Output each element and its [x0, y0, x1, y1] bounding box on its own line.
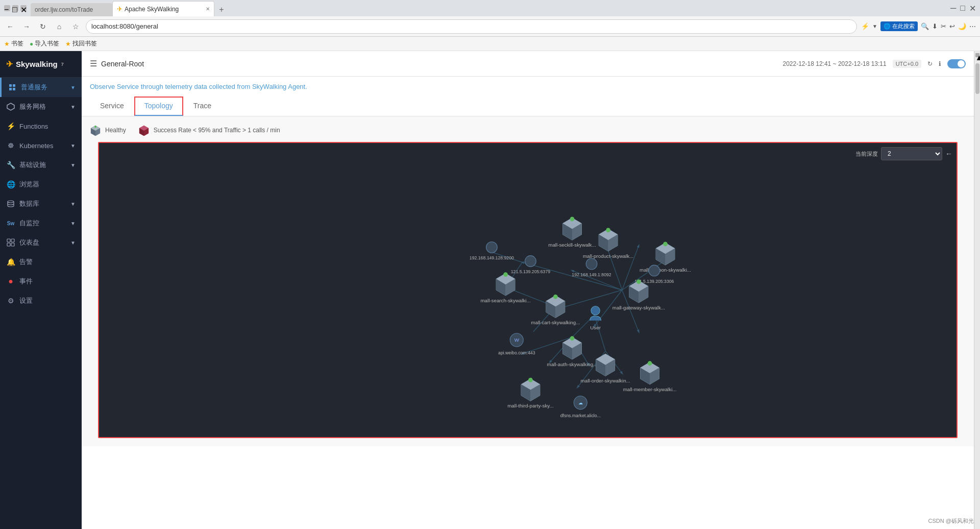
sidebar-item-selfmonitor-label: 自监控	[19, 219, 66, 228]
svg-text:mall-member-skywalki...: mall-member-skywalki...	[623, 387, 677, 392]
svg-rect-1	[13, 84, 15, 87]
refresh-icon[interactable]: ↻	[927, 60, 933, 67]
window-close-icon[interactable]: ✕	[969, 4, 976, 13]
darkmode-icon[interactable]: 🌙	[958, 22, 966, 30]
node-seckill[interactable]: mall-seckill-skywalk...	[548, 217, 596, 248]
sidebar-item-general[interactable]: 普通服务 ▼	[0, 78, 82, 97]
node-aliyun[interactable]: ☁ dfsns.market.aliclo...	[560, 396, 601, 418]
network-graph: 当前深度 2 1 3 ←	[98, 142, 958, 438]
sidebar-item-alert[interactable]: 🔔 告警	[0, 252, 82, 272]
home-button[interactable]: ⌂	[53, 20, 65, 33]
forward-button[interactable]: →	[20, 20, 33, 33]
node-cart[interactable]: mall-cart-skywalking...	[531, 295, 580, 326]
node-auth[interactable]: mall-auth-skywalking...	[547, 336, 598, 367]
dropdown-arrow[interactable]: ▼	[872, 23, 877, 29]
node-order[interactable]: mall-order-skywalkin...	[581, 354, 630, 384]
general-icon	[8, 83, 17, 92]
bookmark-1[interactable]: ★ 书签	[4, 39, 23, 48]
info-icon[interactable]: ℹ	[939, 60, 941, 67]
sidebar-item-infra-label: 基础设施	[19, 160, 66, 170]
scissors-icon[interactable]: ✂	[941, 22, 946, 30]
tab-active[interactable]: ✈ Apache SkyWalking ✕	[112, 1, 214, 16]
bookmark-2[interactable]: ● 导入书签	[30, 39, 59, 48]
watermark: CSDN @砾风和光	[928, 517, 974, 525]
search-icon[interactable]: 🔍	[921, 22, 929, 30]
main-topbar: ☰ General-Root 2022-12-18 12:41 ~ 2022-1…	[82, 51, 974, 77]
utc-badge: UTC+0.0	[893, 60, 921, 68]
more-icon[interactable]: ⋯	[969, 22, 976, 30]
depth-select[interactable]: 2 1 3	[881, 147, 942, 160]
node-ip3[interactable]: 192.168.149.1:8092	[572, 258, 611, 277]
maximize-button[interactable]: □	[12, 5, 18, 11]
bookmark-1-label: 书签	[11, 39, 23, 48]
node-coupon[interactable]: mall-coupon-skywalki...	[640, 242, 691, 273]
topology-area: Healthy Success Rate < 95% and Traffic >…	[82, 116, 974, 446]
minimize-button[interactable]: −	[4, 5, 10, 11]
window-minimize-icon[interactable]: ─	[950, 4, 956, 13]
toolbar-right: ⚡ ▼ 🌐 在此搜索 🔍 ⬇ ✂ ↩ 🌙 ⋯	[861, 21, 976, 31]
node-search[interactable]: mall-search-skywalki...	[480, 272, 530, 303]
window-restore-icon[interactable]: □	[960, 4, 965, 13]
undo-icon[interactable]: ↩	[949, 22, 955, 30]
svg-text:mall-third-party-sky...: mall-third-party-sky...	[507, 403, 553, 408]
tab-inactive[interactable]: order.ljw.com/toTrade	[31, 3, 112, 16]
main-scrollbar[interactable]: ▲	[974, 51, 980, 529]
logo-text: Skywalking	[16, 60, 58, 68]
svg-text:☁: ☁	[578, 400, 583, 405]
sidebar-item-dashboard[interactable]: 仪表盘 ▼	[0, 233, 82, 252]
bookmark-2-label: 导入书签	[35, 39, 59, 48]
sidebar-item-functions[interactable]: ⚡ Functions	[0, 116, 82, 136]
sidebar-item-settings[interactable]: ⚙ 设置	[0, 291, 82, 310]
back-button[interactable]: ←	[4, 20, 16, 33]
sidebar-item-kubernetes[interactable]: ☸ Kubernetes ▼	[0, 136, 82, 155]
svg-point-49	[606, 228, 610, 232]
svg-text:121.5.139.205:6379: 121.5.139.205:6379	[511, 269, 550, 274]
node-ip1[interactable]: 192.168.149.128:9200	[470, 242, 514, 260]
browser-tabs: order.ljw.com/toTrade ✈ Apache SkyWalkin…	[31, 0, 229, 16]
tab-trace[interactable]: Trace	[183, 97, 222, 116]
download-icon[interactable]: ⬇	[932, 22, 938, 30]
depth-arrow-icon[interactable]: ←	[945, 150, 952, 158]
sidebar-item-selfmonitor[interactable]: Sw 自监控 ▼	[0, 213, 82, 233]
address-bar[interactable]: localhost:8080/general	[86, 19, 857, 34]
sidebar-item-functions-label: Functions	[19, 123, 76, 130]
svg-text:dfsns.market.aliclo...: dfsns.market.aliclo...	[560, 413, 601, 418]
lightning-icon[interactable]: ⚡	[861, 22, 869, 30]
bookmark-3[interactable]: ★ 找回书签	[65, 39, 97, 48]
bookmark-button[interactable]: ☆	[69, 20, 82, 33]
svg-text:192.168.149.128:9200: 192.168.149.128:9200	[470, 255, 514, 260]
window-controls: − □ ✕	[4, 5, 27, 11]
svg-rect-7	[11, 239, 14, 242]
node-user[interactable]: User	[590, 306, 601, 331]
node-member[interactable]: mall-member-skywalki...	[623, 361, 677, 392]
node-ip2[interactable]: 121.5.139.205:6379	[511, 256, 550, 275]
legend-healthy-label: Healthy	[105, 127, 126, 134]
infra-icon: 🔧	[6, 160, 15, 170]
menu-icon[interactable]: ☰	[90, 59, 97, 68]
sidebar-item-alert-label: 告警	[19, 257, 76, 267]
tab-close-icon[interactable]: ✕	[206, 6, 210, 12]
page-content: Observe Service through telemetry data c…	[82, 77, 974, 529]
new-tab-button[interactable]: +	[214, 3, 229, 16]
refresh-button[interactable]: ↻	[37, 20, 49, 33]
node-weibo[interactable]: W api.weibo.com:443	[498, 333, 535, 355]
node-third[interactable]: mall-third-party-sky...	[507, 378, 553, 409]
sidebar-item-infra[interactable]: 🔧 基础设施 ▼	[0, 155, 82, 175]
sidebar-item-database[interactable]: 数据库 ▼	[0, 194, 82, 213]
close-button[interactable]: ✕	[20, 5, 27, 11]
sidebar-item-browser[interactable]: 🌐 浏览器	[0, 175, 82, 194]
svg-marker-4	[7, 103, 14, 110]
dashboard-icon	[6, 238, 15, 247]
alert-icon: 🔔	[6, 257, 15, 267]
svg-rect-2	[9, 88, 12, 90]
tab-topology[interactable]: Topology	[134, 97, 183, 116]
sidebar-item-network[interactable]: 服务网格 ▼	[0, 97, 82, 116]
main-content: ☰ General-Root 2022-12-18 12:41 ~ 2022-1…	[82, 51, 974, 529]
translate-icon[interactable]: 🌐 在此搜索	[880, 21, 918, 31]
toggle-switch[interactable]	[947, 59, 966, 68]
sidebar-item-event[interactable]: ● 事件	[0, 272, 82, 291]
chevron-down-icon-6: ▼	[70, 221, 76, 226]
svg-text:192.168.149.1:8092: 192.168.149.1:8092	[572, 272, 611, 277]
address-text: localhost:8080/general	[91, 22, 158, 30]
tab-service[interactable]: Service	[90, 97, 134, 116]
